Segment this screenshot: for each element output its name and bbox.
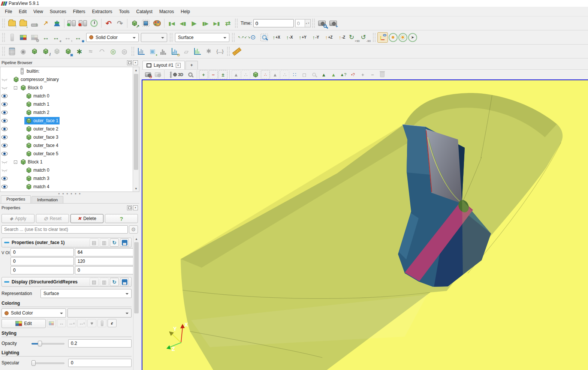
select-cells-on-surface-button[interactable]: ▲ bbox=[232, 70, 241, 79]
python-annotation-button[interactable]: {...} bbox=[215, 46, 225, 57]
visibility-eye-closed[interactable] bbox=[0, 76, 9, 83]
rotate-camera-crosshair-button[interactable] bbox=[398, 33, 407, 42]
rescale-custom-range-button[interactable]: ↔c bbox=[67, 319, 76, 327]
zoom-to-box-button[interactable] bbox=[259, 32, 269, 43]
rescale-data-range-button[interactable]: ↔ bbox=[57, 319, 66, 327]
tab-information[interactable]: Information bbox=[31, 196, 63, 203]
previous-frame-button[interactable]: ◀▮ bbox=[178, 18, 188, 28]
menu-file[interactable]: File bbox=[1, 8, 15, 15]
search-input[interactable] bbox=[1, 225, 128, 234]
pipeline-item-match-2[interactable]: match 2 bbox=[0, 108, 139, 117]
extract-subset-filter-button[interactable]: ▣ bbox=[63, 46, 73, 57]
visibility-eye-open[interactable] bbox=[0, 117, 9, 124]
copy-properties-button[interactable]: ▤ bbox=[90, 238, 99, 247]
frame-spin-arrows[interactable]: ▲▼ bbox=[305, 19, 311, 27]
hover-points-button[interactable]: •? bbox=[349, 70, 358, 79]
help-button[interactable]: ? bbox=[105, 214, 138, 223]
coloring-component-combo[interactable] bbox=[67, 309, 132, 318]
properties-close-button[interactable]: × bbox=[133, 205, 138, 210]
load-state-button[interactable]: ↓ bbox=[18, 18, 28, 28]
menu-catalyst[interactable]: Catalyst bbox=[133, 8, 156, 15]
visibility-eye-open[interactable] bbox=[0, 142, 9, 149]
display-section-header[interactable]: Display (StructuredGridRepres ▤ ▥ ↻ bbox=[1, 277, 132, 287]
stream-tracer-filter-button[interactable]: ≈ bbox=[85, 46, 96, 57]
rescale-to-data-range-button[interactable]: ↔ bbox=[40, 32, 51, 43]
pick-camera-center-button[interactable]: ➤ bbox=[408, 33, 417, 42]
visibility-eye-open[interactable] bbox=[0, 175, 9, 182]
add-layout-tab-button[interactable]: + bbox=[186, 61, 198, 69]
adjust-camera-button[interactable] bbox=[153, 70, 162, 79]
view-minus-y-button[interactable]: ↑-Y bbox=[310, 32, 322, 43]
pipeline-item-block1-match-0[interactable]: match 0 bbox=[0, 166, 139, 174]
glyph-filter-button[interactable]: ∗ bbox=[74, 46, 85, 57]
search-options-gear-button[interactable]: ⚙ bbox=[129, 225, 138, 234]
add-selection-button[interactable]: + bbox=[199, 70, 208, 79]
visibility-eye-open[interactable] bbox=[0, 109, 9, 116]
disconnect-server-button[interactable] bbox=[78, 18, 88, 28]
zoom-to-data-camera-button[interactable] bbox=[317, 18, 327, 28]
pipeline-item-outer-face-5[interactable]: outer_face 5 bbox=[0, 150, 139, 158]
select-points-on-surface-button[interactable]: ∴ bbox=[241, 70, 250, 79]
voi-jmax-input[interactable] bbox=[75, 257, 133, 265]
edit-color-map-button[interactable] bbox=[18, 32, 28, 43]
apply-button[interactable]: ◆Apply bbox=[1, 214, 34, 223]
calculator-filter-button[interactable] bbox=[7, 46, 17, 57]
pipeline-item-builtin[interactable]: builtin: bbox=[0, 67, 139, 75]
rotate-camera-center-button[interactable] bbox=[389, 33, 398, 42]
pipeline-close-button[interactable]: × bbox=[133, 60, 138, 65]
representation-type-combo[interactable]: Surface bbox=[175, 33, 229, 42]
pipeline-scrollbar[interactable]: ▲ ▼ bbox=[133, 67, 139, 192]
pipeline-float-button[interactable] bbox=[127, 60, 132, 65]
rescale-to-custom-range-button[interactable]: ↔c bbox=[52, 32, 62, 43]
select-points-polygon-button[interactable]: ∴ bbox=[280, 70, 289, 79]
specular-slider[interactable] bbox=[31, 360, 64, 366]
slice-filter-button[interactable]: / bbox=[40, 46, 51, 57]
show-orientation-axes-toggle[interactable] bbox=[377, 32, 388, 43]
voi-imax-input[interactable] bbox=[75, 248, 133, 256]
redo-button[interactable]: ↷ bbox=[115, 18, 125, 28]
select-blocks-frustum-button[interactable]: ◻ bbox=[300, 70, 309, 79]
plot-selection-over-time-button[interactable] bbox=[192, 46, 203, 57]
toggle-selection-button[interactable]: ± bbox=[218, 70, 227, 79]
toggle-color-legend-button[interactable] bbox=[7, 32, 17, 43]
color-component-combo[interactable] bbox=[141, 33, 167, 42]
reset-color-map-button[interactable]: ⚙ bbox=[29, 32, 40, 43]
pipeline-item-outer-face-1[interactable]: outer_face 1 bbox=[0, 117, 139, 125]
pipeline-item-match-3[interactable]: match 3 bbox=[0, 174, 139, 183]
select-points-through-button[interactable]: ∴ bbox=[261, 70, 270, 79]
visibility-eye-open[interactable] bbox=[0, 126, 9, 132]
temporal-interpolator-button[interactable]: ✱ bbox=[203, 46, 214, 57]
representation-combo[interactable]: Surface bbox=[40, 289, 132, 298]
frame-spinbox[interactable]: ▲▼ bbox=[295, 19, 311, 27]
view-plus-y-button[interactable]: ↑+Y bbox=[296, 32, 309, 43]
pipeline-item-outer-face-3[interactable]: outer_face 3 bbox=[0, 133, 139, 141]
rescale-temporal-range-button[interactable]: ↔t bbox=[77, 319, 86, 327]
view-minus-z-button[interactable]: ↑-Z bbox=[336, 32, 348, 43]
reset-camera-button[interactable]: ↖↗↙↘ bbox=[236, 32, 247, 43]
undo-button[interactable]: ↶ bbox=[103, 18, 114, 28]
visibility-eye-open[interactable] bbox=[0, 134, 9, 141]
voi-jmin-input[interactable] bbox=[10, 257, 74, 265]
visibility-eye-open[interactable] bbox=[0, 93, 9, 99]
find-data-button[interactable] bbox=[141, 18, 151, 28]
visibility-eye-closed[interactable] bbox=[0, 84, 9, 91]
about-paraview-button[interactable] bbox=[52, 18, 62, 28]
panel-splitter[interactable]: ● ● ● ● ● ● bbox=[0, 192, 139, 195]
zoom-to-data-button[interactable]: ⊙ bbox=[248, 32, 258, 43]
ruler-button[interactable] bbox=[232, 46, 242, 57]
rescale-to-visible-range-button[interactable]: ↔◉ bbox=[74, 32, 85, 43]
menu-tools[interactable]: Tools bbox=[116, 8, 133, 15]
choose-preset-button[interactable]: ♥ bbox=[87, 319, 96, 327]
rescale-to-temporal-range-button[interactable]: ↔t bbox=[63, 32, 73, 43]
reset-button[interactable]: ⊘Reset bbox=[36, 214, 69, 223]
auto-apply-button[interactable]: ↗ bbox=[129, 18, 140, 28]
opacity-input[interactable] bbox=[68, 339, 132, 348]
properties-scrollbar[interactable]: ▲ bbox=[133, 236, 139, 370]
clip-filter-button[interactable] bbox=[29, 46, 40, 57]
pipeline-item-outer-face-4[interactable]: outer_face 4 bbox=[0, 141, 139, 150]
menu-sources[interactable]: Sources bbox=[46, 8, 70, 15]
select-cells-polygon-button[interactable]: ▲ bbox=[271, 70, 280, 79]
pipeline-item-match-0[interactable]: match 0 bbox=[0, 92, 139, 100]
group-datasets-button[interactable]: ◎ bbox=[108, 46, 118, 57]
menu-extractors[interactable]: Extractors bbox=[89, 8, 116, 15]
